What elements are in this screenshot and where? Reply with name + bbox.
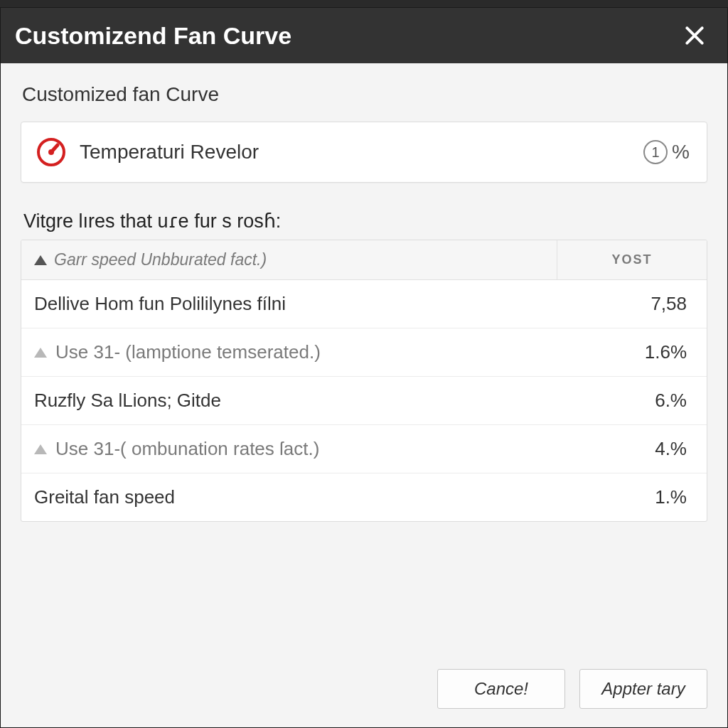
table-row[interactable]: Use 31-( ombunation rates ſact.)4.% xyxy=(21,425,707,473)
table-row[interactable]: Ruzfly Sa lLions; Gitde6.% xyxy=(21,377,707,425)
table-body: Dellive Hom fun Polililynes fílni7,58Use… xyxy=(21,280,707,521)
row-label-cell: Dellive Hom fun Polililynes fílni xyxy=(21,280,557,328)
row-label: Use 31-( ombunation rates ſact.) xyxy=(55,438,319,460)
column-header-main-label: Garr speed Unbburated fact.) xyxy=(54,250,267,269)
column-header-value-label: YOST xyxy=(611,252,652,267)
gauge-icon xyxy=(34,135,68,169)
row-marker-icon xyxy=(34,348,47,358)
dialog-body: Customized fan Curve Temperaturi Revelor… xyxy=(1,63,727,652)
row-value: 7,58 xyxy=(557,280,707,328)
row-value: 1.6% xyxy=(557,328,707,376)
close-button[interactable] xyxy=(679,20,710,51)
fan-curve-table: Garr speed Unbburated fact.) YOST Delliv… xyxy=(21,240,707,522)
sensor-label: Temperaturi Revelor xyxy=(80,141,643,164)
row-value: 4.% xyxy=(557,425,707,473)
dialog-window: Customizend Fan Curve Customized fan Cur… xyxy=(0,7,728,728)
cancel-button[interactable]: Cance! xyxy=(437,669,565,709)
row-label-cell: Ruzfly Sa lLions; Gitde xyxy=(21,377,557,424)
section-label: Vitgre lıres that uɾe fur s rosɦ: xyxy=(23,210,707,232)
table-row[interactable]: Dellive Hom fun Polililynes fílni7,58 xyxy=(21,280,707,328)
table-row[interactable]: Use 31- (lamptione temserated.)1.6% xyxy=(21,328,707,377)
subtitle: Customized fan Curve xyxy=(22,83,707,106)
table-header: Garr speed Unbburated fact.) YOST xyxy=(21,240,707,280)
dialog-footer: Cance! Appter tary xyxy=(1,652,727,727)
row-label: Greital fan speed xyxy=(34,486,175,508)
table-row[interactable]: Greital fan speed1.% xyxy=(21,473,707,521)
sort-icon xyxy=(34,255,47,265)
row-label-cell: Use 31- (lamptione temserated.) xyxy=(21,328,557,376)
window-title: Customizend Fan Curve xyxy=(15,22,291,50)
percent-sign: % xyxy=(672,141,690,164)
sensor-value-badge: 1 xyxy=(643,140,668,164)
row-value: 1.% xyxy=(557,473,707,521)
apply-button[interactable]: Appter tary xyxy=(579,669,707,709)
svg-line-4 xyxy=(51,145,58,152)
sensor-card[interactable]: Temperaturi Revelor 1 % xyxy=(21,122,707,183)
close-icon xyxy=(683,24,706,47)
sensor-value: 1 % xyxy=(643,140,690,164)
row-marker-icon xyxy=(34,444,47,454)
row-label: Dellive Hom fun Polililynes fílni xyxy=(34,293,286,315)
row-label: Use 31- (lamptione temserated.) xyxy=(55,341,321,363)
titlebar: Customizend Fan Curve xyxy=(1,8,727,63)
column-header-value[interactable]: YOST xyxy=(557,240,707,279)
row-value: 6.% xyxy=(557,377,707,424)
row-label-cell: Greital fan speed xyxy=(21,473,557,521)
column-header-main[interactable]: Garr speed Unbburated fact.) xyxy=(21,240,557,279)
row-label-cell: Use 31-( ombunation rates ſact.) xyxy=(21,425,557,473)
row-label: Ruzfly Sa lLions; Gitde xyxy=(34,390,221,412)
